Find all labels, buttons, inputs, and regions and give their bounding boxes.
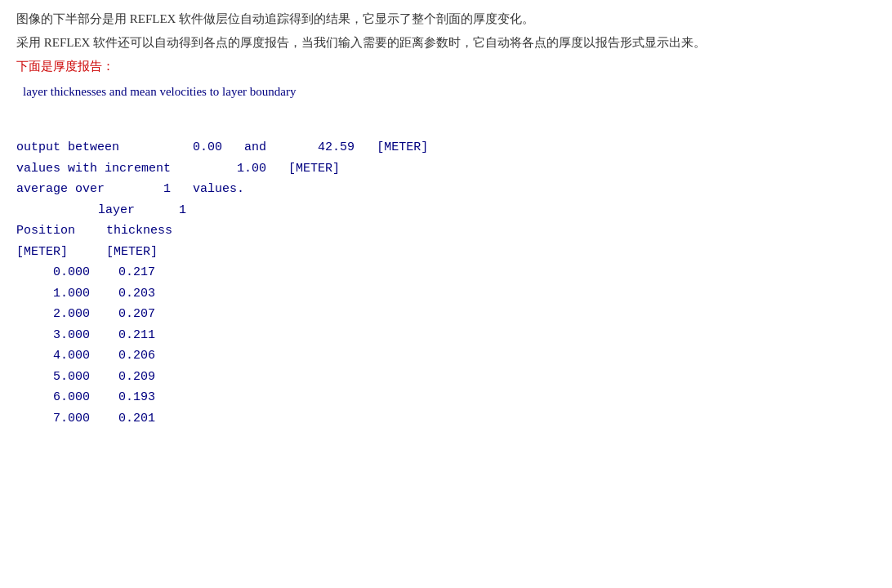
table-header-row1: Position thickness (16, 220, 876, 242)
table-row: 4.0000.206 (16, 345, 876, 367)
output-between-end: 42.59 (318, 140, 355, 154)
thickness-cell: 0.209 (106, 367, 155, 388)
position-cell: 5.000 (16, 367, 106, 388)
col2-header1: thickness (106, 220, 172, 242)
col1-header1: Position (16, 220, 106, 242)
thickness-cell: 0.206 (106, 345, 155, 367)
values-increment-line: values with increment 1.00 [METER] (16, 158, 876, 180)
position-cell: 2.000 (16, 304, 106, 325)
thickness-cell: 0.207 (106, 304, 155, 325)
section-header: 下面是厚度报告： (16, 56, 876, 78)
thickness-cell: 0.203 (106, 283, 155, 305)
values-increment-value: 1.00 (237, 162, 266, 176)
thickness-cell: 0.193 (106, 387, 155, 408)
layer-value: 1 (179, 203, 186, 217)
average-over-suffix: values. (193, 182, 244, 196)
position-cell: 0.000 (16, 262, 106, 283)
thickness-cell: 0.201 (106, 408, 155, 430)
description-line2: 采用 REFLEX 软件还可以自动得到各点的厚度报告，当我们输入需要的距离参数时… (16, 32, 876, 54)
table-row: 2.0000.207 (16, 304, 876, 325)
table-row: 3.0000.211 (16, 325, 876, 346)
position-cell: 3.000 (16, 325, 106, 346)
values-increment-label: values with increment (16, 162, 171, 176)
table-row: 7.0000.201 (16, 408, 876, 430)
average-over-line: average over 1 values. (16, 179, 876, 200)
values-increment-unit: [METER] (288, 162, 340, 176)
thickness-cell: 0.211 (106, 325, 155, 346)
position-cell: 4.000 (16, 345, 106, 367)
thickness-cell: 0.217 (106, 262, 155, 283)
layer-info-text: layer thicknesses and mean velocities to… (23, 81, 876, 103)
output-between-and: and (244, 140, 266, 154)
table-row: 0.0000.217 (16, 262, 876, 283)
table-body: 0.0000.2171.0000.2032.0000.2073.0000.211… (16, 262, 876, 429)
table-row: 5.0000.209 (16, 367, 876, 388)
average-over-label: average over (16, 182, 105, 196)
description-line1: 图像的下半部分是用 REFLEX 软件做层位自动追踪得到的结果，它显示了整个剖面… (16, 8, 876, 30)
output-between-start: 0.00 (193, 140, 222, 154)
table-row: 1.0000.203 (16, 283, 876, 305)
average-over-value: 1 (163, 182, 171, 196)
position-cell: 6.000 (16, 387, 106, 408)
layer-label: layer (98, 203, 135, 217)
table-header-row2: [METER] [METER] (16, 242, 876, 263)
col1-header2: [METER] (16, 242, 106, 263)
output-between-label: output between (16, 140, 119, 154)
position-cell: 7.000 (16, 408, 106, 430)
position-cell: 1.000 (16, 283, 106, 305)
col2-header2: [METER] (106, 242, 158, 263)
layer-row: layer 1 (16, 200, 876, 221)
table-row: 6.0000.193 (16, 387, 876, 408)
output-between-line: output between 0.00 and 42.59 [METER] (16, 137, 876, 158)
output-between-unit: [METER] (377, 140, 428, 154)
